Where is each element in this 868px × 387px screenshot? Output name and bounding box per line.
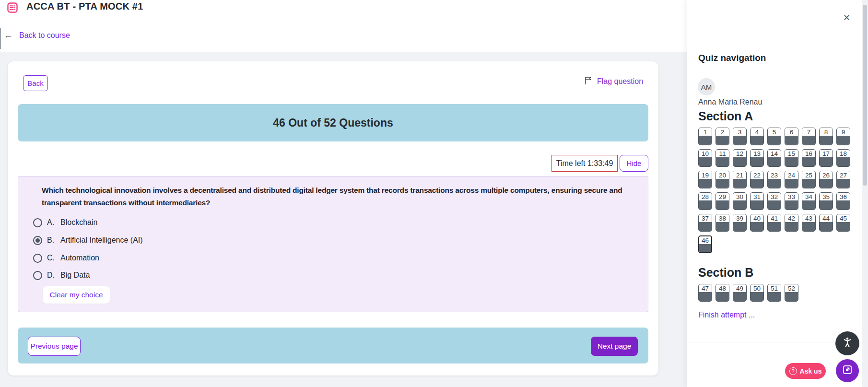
quiz-nav-question-29[interactable]: 29 <box>716 192 729 210</box>
quiz-nav-question-12[interactable]: 12 <box>733 149 747 167</box>
quiz-nav-question-35[interactable]: 35 <box>819 192 833 210</box>
page-nav-bar: Previous page Next page <box>18 328 648 364</box>
quiz-nav-question-16[interactable]: 16 <box>802 149 816 167</box>
section-b-title: Section B <box>698 266 753 280</box>
quiz-nav-question-20[interactable]: 20 <box>716 171 729 188</box>
quiz-nav-question-14[interactable]: 14 <box>767 149 781 167</box>
back-to-course-label: Back to course <box>19 31 70 40</box>
quiz-nav-question-6[interactable]: 6 <box>785 128 798 145</box>
quiz-nav-question-52[interactable]: 52 <box>785 284 798 302</box>
quiz-nav-question-24[interactable]: 24 <box>785 171 798 188</box>
section-a-title: Section A <box>698 109 753 123</box>
quiz-nav-question-48[interactable]: 48 <box>716 284 729 302</box>
quiz-nav-question-51[interactable]: 51 <box>767 284 781 302</box>
quiz-nav-question-43[interactable]: 43 <box>802 214 816 232</box>
radio-button[interactable] <box>33 236 42 245</box>
user-name: Anna Maria Renau <box>698 98 762 106</box>
quiz-nav-question-5[interactable]: 5 <box>767 128 781 145</box>
clear-choice-button[interactable]: Clear my choice <box>43 286 110 304</box>
close-icon[interactable]: ✕ <box>843 12 850 23</box>
quiz-nav-question-38[interactable]: 38 <box>716 214 729 232</box>
quiz-nav-question-26[interactable]: 26 <box>819 171 833 188</box>
answer-option[interactable]: B. Artificial Intelligence (AI) <box>33 235 143 246</box>
quiz-nav-question-3[interactable]: 3 <box>733 128 747 145</box>
option-label: Big Data <box>60 271 90 280</box>
quiz-nav-question-19[interactable]: 19 <box>698 171 712 188</box>
quiz-nav-question-23[interactable]: 23 <box>767 171 781 188</box>
quiz-nav-question-44[interactable]: 44 <box>819 214 833 232</box>
question-text-line1: Which technological innovation involves … <box>42 184 622 197</box>
quiz-nav-question-15[interactable]: 15 <box>785 149 798 167</box>
quiz-nav-question-27[interactable]: 27 <box>836 171 850 188</box>
quiz-nav-question-37[interactable]: 37 <box>698 214 712 232</box>
quiz-nav-question-7[interactable]: 7 <box>802 128 816 145</box>
progress-banner-text: 46 Out of 52 Questions <box>273 117 393 129</box>
quiz-nav-question-34[interactable]: 34 <box>802 192 816 210</box>
section-b-question-grid: 474849505152 <box>698 284 857 302</box>
quiz-nav-question-8[interactable]: 8 <box>819 128 833 145</box>
answer-option[interactable]: D. Big Data <box>33 270 90 281</box>
scrollbar-track[interactable] <box>862 0 868 387</box>
quiz-nav-question-25[interactable]: 25 <box>802 171 816 188</box>
quiz-nav-question-39[interactable]: 39 <box>733 214 747 232</box>
question-text-line2: transparent transactions without interme… <box>42 197 622 209</box>
hide-timer-button[interactable]: Hide <box>620 155 648 172</box>
back-button[interactable]: Back <box>23 75 48 91</box>
quiz-nav-question-49[interactable]: 49 <box>733 284 747 302</box>
quiz-nav-question-50[interactable]: 50 <box>750 284 764 302</box>
quiz-nav-question-22[interactable]: 22 <box>750 171 764 188</box>
quiz-nav-question-40[interactable]: 40 <box>750 214 764 232</box>
accessibility-person-icon <box>841 336 854 351</box>
flag-icon <box>584 76 592 87</box>
header-divider <box>0 52 687 52</box>
quiz-nav-question-32[interactable]: 32 <box>767 192 781 210</box>
next-page-button[interactable]: Next page <box>591 337 638 356</box>
quiz-nav-question-46[interactable]: 46 <box>698 235 712 253</box>
quiz-nav-question-47[interactable]: 47 <box>698 284 712 302</box>
accessibility-button[interactable] <box>835 331 859 355</box>
quiz-nav-question-41[interactable]: 41 <box>767 214 781 232</box>
quiz-nav-question-17[interactable]: 17 <box>819 149 833 167</box>
quiz-nav-question-21[interactable]: 21 <box>733 171 747 188</box>
avatar: AM <box>698 78 715 95</box>
quiz-nav-question-10[interactable]: 10 <box>698 149 712 167</box>
option-letter: A. <box>47 218 60 227</box>
quiz-nav-question-9[interactable]: 9 <box>836 128 850 145</box>
quiz-nav-question-33[interactable]: 33 <box>785 192 798 210</box>
quiz-nav-question-18[interactable]: 18 <box>836 149 850 167</box>
radio-button[interactable] <box>33 218 42 227</box>
quiz-nav-question-4[interactable]: 4 <box>750 128 764 145</box>
popout-button[interactable] <box>836 359 859 382</box>
expand-icon <box>842 364 853 377</box>
flag-question-button[interactable]: Flag question <box>584 76 643 87</box>
left-scroll-sliver <box>0 28 1 49</box>
quiz-nav-question-28[interactable]: 28 <box>698 192 712 210</box>
option-letter: B. <box>47 236 60 245</box>
quiz-nav-question-31[interactable]: 31 <box>750 192 764 210</box>
quiz-nav-question-11[interactable]: 11 <box>716 149 729 167</box>
quiz-nav-question-42[interactable]: 42 <box>785 214 798 232</box>
quiz-page: ACCA BT - PTA MOCK #1 ← Back to course B… <box>0 0 868 387</box>
answer-option[interactable]: C. Automation <box>33 252 99 264</box>
back-to-course-link[interactable]: ← Back to course <box>4 31 70 40</box>
option-letter: D. <box>47 271 60 280</box>
question-mark-icon: ? <box>789 367 797 375</box>
quiz-nav-question-1[interactable]: 1 <box>698 128 712 145</box>
quiz-nav-question-36[interactable]: 36 <box>836 192 850 210</box>
quiz-nav-question-13[interactable]: 13 <box>750 149 764 167</box>
finish-attempt-link[interactable]: Finish attempt ... <box>698 311 755 319</box>
ask-us-button[interactable]: ? Ask us <box>785 363 826 379</box>
quiz-nav-question-45[interactable]: 45 <box>836 214 850 232</box>
radio-button[interactable] <box>33 271 42 280</box>
time-left-indicator: Time left 1:33:49 <box>551 155 618 172</box>
back-arrow-icon: ← <box>4 31 13 40</box>
option-label: Blockchain <box>60 218 97 227</box>
quiz-navigation-title: Quiz navigation <box>698 53 766 63</box>
answer-option[interactable]: A. Blockchain <box>33 217 97 228</box>
previous-page-button[interactable]: Previous page <box>28 337 81 356</box>
page-title: ACCA BT - PTA MOCK #1 <box>26 1 143 12</box>
quiz-nav-question-30[interactable]: 30 <box>733 192 747 210</box>
quiz-nav-question-2[interactable]: 2 <box>716 128 729 145</box>
radio-button[interactable] <box>33 254 42 263</box>
scrollbar-thumb[interactable] <box>863 5 867 186</box>
